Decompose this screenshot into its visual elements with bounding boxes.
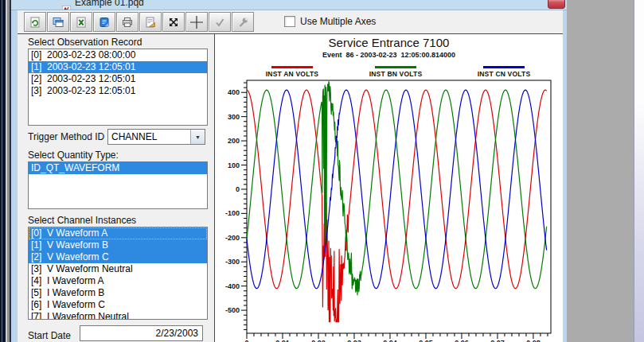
window-title: Example 01.pqd	[75, 0, 144, 8]
refresh-button[interactable]	[24, 12, 46, 32]
svg-text:300: 300	[228, 113, 240, 121]
observation-listbox[interactable]: [0] 2003-02-23 08:00:00[1] 2003-02-23 12…	[28, 49, 208, 126]
svg-text:400: 400	[228, 88, 240, 96]
combobox-dropdown-button[interactable]: ▼	[190, 130, 205, 144]
properties-icon	[144, 16, 157, 29]
svg-text:0.05: 0.05	[419, 339, 433, 342]
svg-text:0: 0	[244, 339, 248, 342]
app-icon	[62, 2, 71, 10]
quantity-type-label: Select Quantity Type:	[28, 150, 119, 161]
use-multiple-axes-label: Use Multiple Axes	[300, 16, 376, 27]
trigger-method-combobox[interactable]: CHANNEL ▼	[107, 129, 205, 145]
print-icon	[121, 16, 134, 29]
svg-text:0.06: 0.06	[455, 339, 469, 342]
report-button[interactable]	[47, 12, 69, 32]
refresh-icon	[29, 16, 41, 29]
apply-button[interactable]	[209, 12, 231, 32]
screen: { "window": { "title": "Example 01.pqd" …	[0, 0, 644, 342]
settings-icon	[236, 16, 249, 29]
svg-text:100: 100	[228, 161, 240, 169]
list-item[interactable]: [7] I Waveform Neutral	[29, 311, 207, 320]
observation-label: Select Observation Record	[28, 37, 142, 48]
main-area: Select Observation Record [0] 2003-02-23…	[18, 34, 563, 342]
quantity-listbox[interactable]: ID_QT_WAVEFORM	[28, 161, 208, 209]
list-item[interactable]: ID_QT_WAVEFORM	[29, 162, 207, 174]
svg-text:-400: -400	[225, 282, 240, 290]
trigger-method-value: CHANNEL	[111, 131, 157, 142]
title-bar: Example 01.pqd	[11, 0, 567, 10]
background-window-edge	[0, 0, 11, 342]
background-area	[567, 0, 634, 342]
close-button[interactable]	[548, 0, 565, 9]
list-item[interactable]: [2] 2003-02-23 12:05:01	[29, 73, 207, 85]
settings-button[interactable]	[232, 12, 254, 32]
window-body: Use Multiple Axes Select Observation Rec…	[18, 10, 563, 342]
app-window: Example 01.pqd	[11, 0, 567, 342]
properties-button[interactable]	[139, 12, 162, 32]
svg-text:-100: -100	[225, 209, 240, 217]
svg-text:200: 200	[228, 137, 240, 145]
list-item[interactable]: [5] I Waveform B	[29, 287, 207, 299]
svg-text:-500: -500	[225, 306, 240, 314]
svg-text:0.04: 0.04	[383, 339, 397, 342]
list-item[interactable]: [4] I Waveform A	[29, 275, 207, 287]
toolbar: Use Multiple Axes	[18, 10, 563, 34]
list-item[interactable]: [0] V Waveform A	[29, 227, 207, 239]
report-icon	[52, 16, 64, 29]
waveform-plot: -500-400-300-200-100010020030040000.010.…	[215, 34, 563, 342]
expand-button[interactable]	[162, 12, 185, 32]
list-item[interactable]: [6] I Waveform C	[29, 299, 207, 311]
chevron-down-icon: ▼	[195, 134, 201, 140]
background-scrollbar[interactable]	[634, 0, 644, 342]
svg-text:-200: -200	[225, 234, 240, 242]
svg-text:-300: -300	[225, 258, 240, 266]
start-date-field[interactable]: 2/23/2003	[80, 325, 203, 341]
chart-panel: Service Entrance 7100 Event 86 - 2003-02…	[215, 34, 563, 342]
apply-icon	[213, 16, 226, 29]
svg-text:0.08: 0.08	[526, 339, 541, 342]
expand-icon	[167, 16, 180, 29]
list-item[interactable]: [0] 2003-02-23 08:00:00	[29, 49, 207, 61]
notes-icon	[98, 16, 111, 29]
svg-text:0.01: 0.01	[275, 339, 290, 342]
use-multiple-axes-checkbox[interactable]	[284, 16, 295, 27]
channel-instances-label: Select Channel Instances	[28, 215, 136, 226]
start-date-label: Start Date	[28, 330, 71, 341]
notes-button[interactable]	[93, 12, 115, 32]
print-button[interactable]	[116, 12, 139, 32]
excel-export-icon	[75, 16, 88, 29]
crosshair-button[interactable]	[185, 12, 208, 32]
svg-text:0.02: 0.02	[311, 339, 326, 342]
channel-listbox[interactable]: [0] V Waveform A[1] V Waveform B[2] V Wa…	[28, 227, 208, 320]
use-multiple-axes[interactable]: Use Multiple Axes	[284, 15, 376, 28]
excel-export-button[interactable]	[70, 12, 92, 32]
list-item[interactable]: [2] V Waveform C	[29, 251, 207, 263]
list-item[interactable]: [3] V Waveform Neutral	[29, 263, 207, 275]
trigger-method-label: Trigger Method ID	[28, 131, 104, 142]
list-item[interactable]: [1] 2003-02-23 12:05:01	[29, 61, 207, 73]
crosshair-icon	[189, 15, 204, 29]
list-item[interactable]: [3] 2003-02-23 12:05:01	[29, 85, 207, 97]
list-item[interactable]: [1] V Waveform B	[29, 239, 207, 251]
svg-text:0: 0	[236, 185, 240, 193]
svg-text:0.03: 0.03	[347, 339, 361, 342]
sidebar: Select Observation Record [0] 2003-02-23…	[18, 34, 214, 342]
svg-text:0.07: 0.07	[490, 339, 505, 342]
